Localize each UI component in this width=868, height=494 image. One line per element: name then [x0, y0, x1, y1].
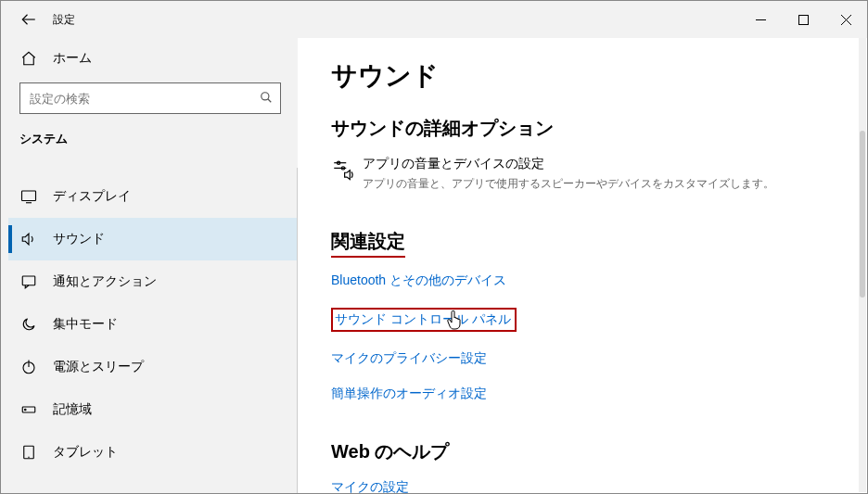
power-icon — [19, 359, 38, 375]
sidebar-section: システム — [8, 125, 298, 157]
link-mic-privacy[interactable]: マイクのプライバシー設定 — [331, 350, 487, 367]
sidebar-item-sound[interactable]: サウンド — [8, 218, 298, 260]
sound-icon — [19, 231, 38, 247]
sidebar-item-label: 集中モード — [38, 316, 118, 333]
sidebar-item-tablet[interactable]: タブレット — [8, 431, 298, 474]
svg-point-5 — [262, 92, 269, 99]
sidebar-item-focus-assist[interactable]: 集中モード — [8, 303, 298, 346]
close-button[interactable] — [824, 5, 867, 34]
sidebar-item-label: 通知とアクション — [38, 273, 157, 290]
option-description: アプリの音量と、アプリで使用するスピーカーやデバイスをカスタマイズします。 — [363, 176, 774, 192]
home-label: ホーム — [38, 50, 92, 67]
search-icon — [252, 91, 280, 107]
advanced-options-heading: サウンドの詳細オプション — [331, 116, 834, 141]
scrollbar[interactable] — [859, 38, 866, 492]
sidebar-item-display[interactable]: ディスプレイ — [8, 175, 298, 218]
sidebar-item-storage[interactable]: 記憶域 — [8, 388, 298, 431]
sidebar-item-label: タブレット — [38, 444, 118, 461]
link-sound-control-panel[interactable]: サウンド コントロール パネル — [335, 311, 511, 326]
link-mic-setup[interactable]: マイクの設定 — [331, 479, 409, 493]
home-nav[interactable]: ホーム — [8, 38, 298, 79]
svg-rect-10 — [22, 276, 35, 285]
svg-marker-21 — [345, 171, 351, 180]
sidebar-item-label: 電源とスリープ — [38, 359, 144, 375]
svg-marker-9 — [22, 234, 29, 245]
home-icon — [19, 50, 38, 67]
scrollbar-thumb[interactable] — [860, 131, 865, 298]
link-bluetooth-devices[interactable]: Bluetooth とその他のデバイス — [331, 272, 506, 289]
highlighted-link-wrapper: サウンド コントロール パネル — [331, 308, 517, 332]
display-icon — [19, 188, 38, 205]
maximize-button[interactable] — [782, 5, 824, 34]
moon-icon — [19, 316, 38, 333]
sidebar-item-notifications[interactable]: 通知とアクション — [8, 260, 298, 303]
sliders-sound-icon — [331, 156, 363, 185]
svg-rect-7 — [22, 191, 36, 201]
svg-rect-2 — [798, 15, 808, 24]
tablet-icon — [19, 444, 38, 461]
back-button[interactable] — [12, 3, 45, 36]
message-icon — [19, 273, 38, 290]
window-title: 設定 — [45, 12, 75, 28]
svg-line-6 — [268, 98, 272, 102]
sidebar-item-power[interactable]: 電源とスリープ — [8, 346, 298, 388]
page-title: サウンド — [331, 58, 834, 94]
minimize-button[interactable] — [739, 5, 782, 34]
sidebar-item-label: ディスプレイ — [38, 188, 131, 205]
content-pane: サウンド サウンドの詳細オプション アプリの音量とデバイスの設定 アプリの音量と… — [298, 38, 867, 493]
app-volume-devices-option[interactable]: アプリの音量とデバイスの設定 アプリの音量と、アプリで使用するスピーカーやデバイ… — [331, 156, 834, 192]
search-input[interactable] — [20, 92, 252, 106]
titlebar: 設定 — [1, 1, 867, 38]
option-title: アプリの音量とデバイスの設定 — [363, 156, 774, 172]
link-ease-of-access-audio[interactable]: 簡単操作のオーディオ設定 — [331, 386, 487, 402]
sidebar-item-label: 記憶域 — [38, 401, 92, 418]
web-help-heading: Web のヘルプ — [331, 439, 834, 464]
storage-icon — [19, 401, 38, 418]
sidebar: ホーム システム ディスプレイ — [1, 38, 298, 493]
search-box[interactable] — [19, 82, 281, 114]
svg-point-14 — [25, 409, 27, 411]
sidebar-item-label: サウンド — [38, 231, 105, 247]
related-settings-heading: 関連設定 — [331, 229, 834, 258]
